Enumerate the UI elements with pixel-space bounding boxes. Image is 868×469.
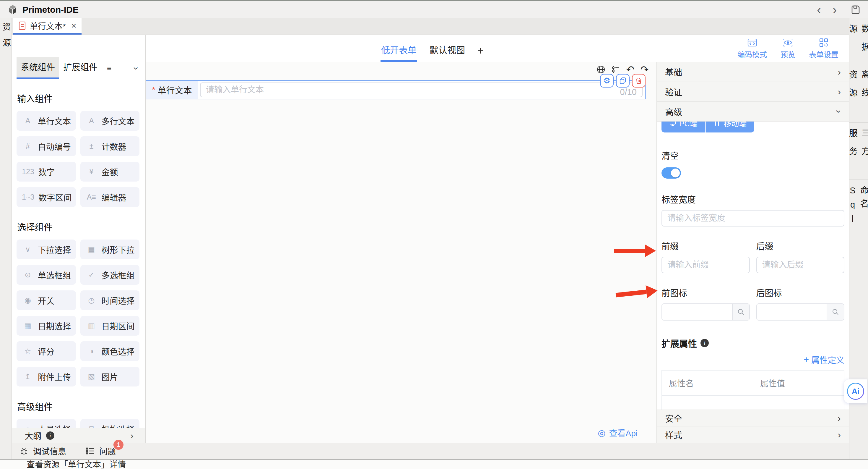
component-attachment-upload[interactable]: ↥附件上传: [17, 367, 76, 386]
rating-icon: ☆: [22, 347, 34, 355]
component-switch[interactable]: ◉开关: [17, 290, 76, 310]
code-mode-button[interactable]: 编码模式: [737, 38, 767, 59]
debug-info-button[interactable]: 调试信息: [20, 445, 66, 457]
issues-button[interactable]: 问题 1: [86, 445, 116, 457]
color-picker-icon: ◑: [86, 347, 97, 355]
outline-steps-icon[interactable]: [611, 65, 620, 74]
prefix-label: 前缀: [661, 239, 750, 252]
section-validation[interactable]: 验证 ›: [657, 82, 849, 102]
advanced-section-body: PC端 移动端: [657, 121, 849, 410]
component-multi-line-text[interactable]: A多行文本: [80, 111, 140, 131]
extended-attrs-title: 扩展属性: [661, 336, 697, 350]
attr-define-link[interactable]: + 属性定义: [804, 354, 844, 365]
view-api-link[interactable]: ◎ 查看Api: [598, 427, 638, 439]
component-number[interactable]: 123数字: [17, 162, 76, 182]
component-image[interactable]: ▧图片: [80, 367, 140, 386]
component-counter[interactable]: ±计数器: [80, 136, 140, 156]
component-org-select[interactable]: 品机构选择: [80, 419, 140, 428]
outline-bar[interactable]: 大纲 i ›: [12, 428, 145, 443]
i18n-globe-icon[interactable]: [596, 65, 606, 74]
title-bar: Primeton-IDE ‹ ›: [0, 1, 868, 18]
nav-back-icon[interactable]: ‹: [811, 4, 827, 16]
clear-toggle-on[interactable]: [661, 167, 681, 179]
close-tab-icon[interactable]: ×: [71, 21, 76, 31]
sidebar-item-resources[interactable]: 资源: [0, 23, 12, 54]
component-time-picker[interactable]: ◷时间选择: [80, 290, 140, 310]
collapse-panel-icon[interactable]: ›: [135, 64, 138, 73]
tab-lowcode-form[interactable]: 低开表单: [380, 43, 417, 62]
outline-info-icon: i: [46, 432, 54, 440]
component-checkbox-group[interactable]: ✓多选框组: [80, 265, 140, 285]
back-icon-input[interactable]: [757, 304, 827, 320]
field-action-buttons: ⚙: [600, 74, 646, 88]
tab-extension-components[interactable]: 扩展组件: [59, 57, 102, 79]
front-icon-input[interactable]: [662, 304, 732, 320]
sidebar-item-third-party-services[interactable]: 三方服务: [849, 123, 868, 180]
section-title-input: 输入组件: [17, 91, 140, 105]
section-basic[interactable]: 基础 ›: [657, 62, 849, 82]
ai-assistant-button[interactable]: Ai: [844, 379, 867, 403]
component-color-picker[interactable]: ◑颜色选择: [80, 341, 140, 361]
tab-default-view[interactable]: 默认视图: [429, 43, 466, 62]
multi-line-text-icon: A: [86, 117, 97, 125]
form-settings-button[interactable]: 表单设置: [809, 38, 838, 59]
prefix-input[interactable]: [661, 257, 750, 273]
counter-icon: ±: [86, 142, 97, 150]
tab-system-components[interactable]: 系统组件: [17, 57, 59, 79]
component-number-range[interactable]: 1~3数字区间: [17, 187, 76, 207]
back-icon-search-button[interactable]: [827, 304, 844, 320]
single-line-text-input[interactable]: [200, 83, 643, 97]
suffix-input[interactable]: [756, 257, 845, 273]
front-icon-picker: [661, 303, 750, 321]
front-icon-search-button[interactable]: [732, 304, 749, 320]
field-copy-button[interactable]: [616, 74, 629, 88]
sidebar-item-datasource[interactable]: 数据源: [849, 18, 868, 64]
field-delete-button[interactable]: [632, 74, 646, 88]
field-input-wrap: 0/10: [198, 81, 645, 99]
field-label-cell: * 单行文本: [146, 81, 198, 99]
component-single-line-text[interactable]: A单行文本: [17, 111, 76, 131]
field-settings-button[interactable]: ⚙: [600, 74, 614, 88]
device-pc-button[interactable]: PC端: [661, 121, 705, 133]
preview-button[interactable]: 预览: [780, 38, 795, 59]
main-area: 资源 单行文本* ×: [0, 18, 868, 459]
undo-icon[interactable]: ↶: [626, 64, 634, 75]
component-rating[interactable]: ☆评分: [17, 341, 76, 361]
extended-attrs-table: 属性名 属性值 暂无数据: [661, 370, 844, 410]
form-canvas[interactable]: ↶ ↷ * 单行文本 0/10: [146, 62, 656, 443]
section-style[interactable]: 样式 ›: [657, 426, 849, 443]
icon-pickers-row: 前图标: [661, 286, 844, 321]
device-mobile-button[interactable]: 移动端: [705, 121, 754, 133]
select-components-grid: ∨下拉选择 ▤树形下拉 ⊙单选框组 ✓多选框组 ◉开关 ◷时间选择 ▦日期选择 …: [17, 239, 140, 386]
section-security[interactable]: 安全 ›: [657, 410, 849, 426]
status-text: 查看资源「单行文本」详情: [27, 460, 126, 469]
front-icon-col: 前图标: [661, 286, 750, 321]
component-person-select[interactable]: ○人员选择: [17, 419, 76, 428]
section-advanced[interactable]: 高级 ›: [657, 102, 849, 121]
label-width-input[interactable]: [661, 210, 844, 227]
plus-icon: +: [804, 355, 809, 364]
component-date-range[interactable]: ▥日期区间: [80, 316, 140, 335]
sidebar-item-named-sql[interactable]: 命名Sql: [849, 180, 868, 241]
component-radio-group[interactable]: ⊙单选框组: [17, 265, 76, 285]
component-tree-dropdown[interactable]: ▤树形下拉: [80, 239, 140, 259]
component-editor[interactable]: A≡编辑器: [80, 187, 140, 207]
switch-icon: ◉: [22, 296, 34, 304]
code-mode-icon: [747, 38, 757, 47]
extended-attrs-header: 扩展属性 i: [661, 336, 844, 350]
add-view-button[interactable]: +: [477, 45, 484, 62]
save-icon[interactable]: [850, 4, 861, 15]
outline-expand-icon[interactable]: ›: [130, 431, 133, 440]
component-amount[interactable]: ¥金额: [80, 162, 140, 182]
component-date-picker[interactable]: ▦日期选择: [17, 316, 76, 335]
sidebar-item-offline-resources[interactable]: 离线资源: [849, 64, 868, 123]
file-tab-single-line-text[interactable]: 单行文本* ×: [13, 18, 82, 35]
component-list-view-icon[interactable]: ≡: [107, 64, 112, 73]
mode-buttons: 编码模式 预览: [737, 38, 838, 59]
nav-forward-icon[interactable]: ›: [827, 4, 843, 16]
component-auto-number[interactable]: #自动编号: [17, 136, 76, 156]
time-picker-icon: ◷: [86, 296, 97, 304]
selected-field-single-line-text[interactable]: * 单行文本 0/10 ⚙: [146, 81, 646, 99]
redo-icon[interactable]: ↷: [641, 64, 649, 75]
component-dropdown-select[interactable]: ∨下拉选择: [17, 239, 76, 259]
